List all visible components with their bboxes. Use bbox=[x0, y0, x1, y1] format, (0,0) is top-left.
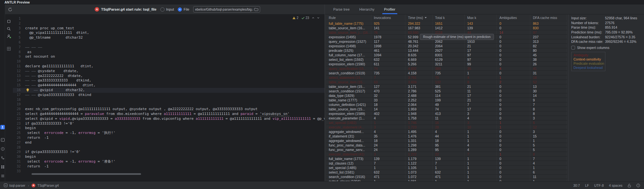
file-radio[interactable]: File bbox=[178, 7, 189, 12]
editor-line[interactable]: 12—— —— @sysdate dtdate, bbox=[13, 69, 325, 74]
column-header-total-k[interactable]: Total k bbox=[432, 14, 465, 21]
editor-line[interactable]: 2 bbox=[13, 21, 325, 26]
tab-hierarchy[interactable]: Hierarchy bbox=[359, 5, 374, 14]
tool-window-button-services-icon[interactable] bbox=[1, 174, 5, 178]
tool-window-button-structure-icon[interactable] bbox=[1, 165, 5, 169]
editor-line[interactable]: 6 bbox=[13, 40, 325, 45]
profiler-table-row[interactable]: table_source_item (16...141167.983141213… bbox=[326, 26, 567, 30]
column-header-dfa-cache-miss[interactable]: DFA cache miss bbox=[530, 14, 567, 21]
editor-line[interactable]: 21select @a4444444444444444 = paravalue … bbox=[13, 112, 325, 117]
editor-line[interactable]: 17—— —— @vipa333333333333 dtkind bbox=[13, 93, 325, 98]
unlock-icon[interactable] bbox=[628, 184, 631, 187]
profiler-table-row[interactable]: search_condition (1516)4711.0724711011 bbox=[326, 175, 567, 179]
editor-line[interactable]: 23if @a333333333333 !='0' bbox=[13, 121, 325, 126]
column-header-ambiguities[interactable]: Ambiguities bbox=[497, 14, 530, 21]
profiler-table-row[interactable]: output_clause (1004)11.0311101 bbox=[326, 179, 567, 181]
profiler-table-row[interactable]: column_definition (1421)182.06449707 bbox=[326, 102, 567, 107]
profiler-table-row[interactable]: query_specification (15...744.8323893544… bbox=[326, 66, 567, 71]
antlr-preview-tool-button[interactable] bbox=[0, 125, 5, 129]
profiler-table-row[interactable]: select_statement (15...73.791704118 bbox=[326, 75, 567, 80]
profiler-table-row[interactable]: func_proc_name_data...241.29895405 bbox=[326, 143, 567, 147]
editor-line[interactable]: 11declare @a1111111111111 dtint, bbox=[13, 64, 325, 69]
profiler-table-row[interactable]: set_special (1485)11.1051101 bbox=[326, 165, 567, 170]
editor-line[interactable]: 29if @vipa333333333333 !='0' bbox=[13, 150, 325, 155]
breadcrumb-project[interactable]: tsql-parser bbox=[9, 184, 25, 187]
editor-line[interactable]: 22select @vipid = vipid,@vipa33333333333… bbox=[13, 117, 325, 121]
profiler-table-row[interactable]: predicate (1525)46113.444292717080 bbox=[326, 48, 567, 53]
breadcrumb-file[interactable]: TSqlParser.g4 bbox=[37, 184, 59, 187]
editor-line[interactable]: 31 select errorcode = -1, errormsg = '准备… bbox=[13, 159, 325, 164]
horizontal-scrollbar[interactable] bbox=[25, 173, 323, 175]
profiler-table-row[interactable]: table_source_item (15...633.6091328252 bbox=[326, 80, 567, 84]
editor-line[interactable]: 4 @p_vipa1111111111111 dtint, bbox=[13, 31, 325, 35]
column-header-rule[interactable]: Rule bbox=[326, 14, 371, 21]
profiler-table-row[interactable]: execute_statement (41)31.22222718 bbox=[326, 152, 567, 156]
editor-line[interactable]: 20exec nb_com_getsysconfig @a11111111111… bbox=[13, 107, 325, 112]
profiler-table-row[interactable]: search_condition (1517)4702.78652511030 bbox=[326, 89, 567, 93]
editor-line[interactable]: 16 —— @vipid dtchar32, bbox=[13, 88, 325, 93]
profiler-table-row[interactable]: table_source_item (15...141.959741708 bbox=[326, 107, 567, 111]
next-issue-icon[interactable] bbox=[317, 17, 319, 19]
column-header-invocations[interactable]: Invocations bbox=[371, 14, 405, 21]
editor-line[interactable]: 18 bbox=[13, 98, 325, 102]
profiler-table-row[interactable]: sql_clauses (12)71.1227104 bbox=[326, 161, 567, 165]
editor-line[interactable]: 9set nocount on bbox=[13, 54, 325, 59]
editor-line[interactable]: 19 bbox=[13, 102, 325, 107]
editor-line[interactable]: 32 return -1 bbox=[13, 164, 325, 169]
profiler-table-row[interactable]: select_list_elem (1592)6326.669612997038 bbox=[326, 57, 567, 62]
notifications-icon[interactable] bbox=[636, 184, 640, 187]
editor-line[interactable]: 24begin bbox=[13, 126, 325, 131]
tool-window-button-vcs-icon[interactable] bbox=[1, 156, 5, 160]
warnings-indicator[interactable]: 2 bbox=[292, 16, 298, 20]
refresh-icon[interactable] bbox=[8, 7, 13, 12]
editor-line[interactable]: 3create proc up_com_test bbox=[13, 26, 325, 31]
caret-position[interactable]: 30:7 bbox=[573, 184, 580, 187]
profiler-table-row[interactable]: full_column_name (17...10948.63583019704… bbox=[326, 53, 567, 57]
profiler-table-row[interactable]: set_special (1482)11.74616316 bbox=[326, 120, 567, 125]
search-icon[interactable] bbox=[7, 27, 11, 31]
editor-line[interactable]: 13—— —— @a2222222222 dtdate, bbox=[13, 74, 325, 79]
code-editor[interactable]: 2 23 123create proc up_com_test4 @p_vipa… bbox=[13, 14, 325, 175]
stop-icon[interactable] bbox=[7, 19, 11, 24]
editor-line[interactable]: 25 select errorcode = -1, errormsg = '执行… bbox=[13, 131, 325, 136]
inspections-widget[interactable]: 2 23 bbox=[292, 16, 319, 20]
profiler-table-row[interactable]: execute_parameter (1...41.75811403 bbox=[326, 116, 567, 120]
tool-window-button-terminal-icon[interactable] bbox=[1, 138, 5, 142]
folder-icon[interactable] bbox=[254, 8, 258, 11]
profiler-table-row[interactable]: table_source_item (15...1273.17138121013 bbox=[326, 84, 567, 89]
profiler-table-row[interactable]: full_table_name (1775)925294.32216511430… bbox=[326, 21, 567, 26]
editor-line[interactable]: 5 @p_tblname dtchar32 bbox=[13, 35, 325, 40]
profiler-table-row[interactable]: search_condition (1519)7354.1587351031 bbox=[326, 71, 567, 75]
profiler-table-row[interactable]: select_list (1581)6321.073632106 bbox=[326, 170, 567, 175]
profiler-table-row[interactable]: execute_statement (4...31.7232810112 bbox=[326, 125, 567, 129]
profiler-table-row[interactable]: full_table_name (1773)1391.179139107 bbox=[326, 156, 567, 161]
profiler-table-row[interactable]: expression_elem (1590)6115.266321199026 bbox=[326, 62, 567, 66]
indent-setting[interactable]: 4 spaces bbox=[609, 184, 622, 187]
editor-line[interactable]: 27end bbox=[13, 140, 325, 145]
editor-line[interactable]: 1 bbox=[13, 16, 325, 21]
editor-line[interactable]: 26 return -1 bbox=[13, 136, 325, 140]
expert-columns-checkbox[interactable]: Show expert columns bbox=[571, 45, 644, 50]
profiler-table-row[interactable]: table_name (1777)332.2521992109 bbox=[326, 98, 567, 102]
prev-issue-icon[interactable] bbox=[312, 17, 314, 19]
line-ending[interactable]: LF bbox=[585, 184, 589, 187]
profiler-table-row[interactable]: expression_elem (1589)4021.948413308 bbox=[326, 111, 567, 116]
tab-profiler[interactable]: Profiler bbox=[384, 5, 395, 14]
profiler-table-row[interactable]: query_expression (1527)11748.76120621910… bbox=[326, 39, 567, 44]
file-path-field[interactable]: ebelice/Github/tsql-parser/examples/big.… bbox=[193, 6, 260, 13]
editor-line[interactable]: 10 bbox=[13, 59, 325, 64]
profiler-table-row[interactable]: aggregate_windowed...41.4954103 bbox=[326, 129, 567, 134]
editor-line[interactable]: 7—— —— —— bbox=[13, 45, 325, 50]
editor-line[interactable]: 14—— —— @a333333333333 dtkind, bbox=[13, 78, 325, 83]
profiler-table-row[interactable]: func_proc_name_serv...241.28995405 bbox=[326, 147, 567, 152]
input-radio[interactable]: Input bbox=[160, 7, 174, 12]
tab-parse-tree[interactable]: Parse tree bbox=[333, 5, 350, 14]
editor-line[interactable]: 8 as bbox=[13, 50, 325, 55]
editor-line[interactable]: 30begin bbox=[13, 155, 325, 159]
profiler-table-row[interactable]: aggregate_windowed...181.33118101 bbox=[326, 138, 567, 143]
file-encoding[interactable]: UTF-8 bbox=[594, 184, 604, 187]
typos-indicator[interactable]: 23 bbox=[301, 16, 309, 20]
tool-window-button-problems-icon[interactable] bbox=[1, 147, 5, 151]
column-header-max-k[interactable]: Max k bbox=[465, 14, 497, 21]
profiler-table-row[interactable]: expression (1498)199820.342206421082 bbox=[326, 44, 567, 48]
